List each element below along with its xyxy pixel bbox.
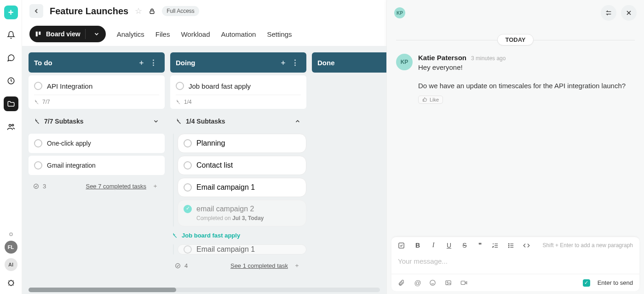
svg-rect-5 bbox=[36, 32, 38, 37]
add-task-button[interactable]: ＋ bbox=[150, 181, 160, 191]
column-title: Doing bbox=[176, 59, 196, 67]
checklist-icon[interactable] bbox=[398, 242, 406, 249]
settings-icon[interactable] bbox=[4, 276, 18, 290]
emoji-icon[interactable] bbox=[429, 279, 437, 286]
column-doing: Doing ＋ ⋮ Job board fast apply 1/4 1/4 S… bbox=[170, 52, 306, 288]
column-header: Doing ＋ ⋮ bbox=[170, 52, 306, 73]
subtask-title: email campaign 2 bbox=[196, 205, 254, 213]
favorite-icon[interactable]: ☆ bbox=[135, 6, 142, 16]
expand-icon[interactable] bbox=[601, 5, 616, 21]
add-card-button[interactable]: ＋ bbox=[277, 57, 289, 68]
left-rail: + FL AI bbox=[0, 0, 22, 294]
task-checkbox[interactable] bbox=[34, 161, 42, 170]
column-menu-icon[interactable]: ⋮ bbox=[147, 57, 159, 68]
subtask-title: Contact list bbox=[196, 161, 233, 170]
close-icon[interactable] bbox=[621, 5, 637, 21]
subtasks-toggle[interactable]: 1/4 Subtasks bbox=[170, 112, 306, 131]
task-card[interactable]: Job board fast apply 1/4 bbox=[170, 75, 306, 109]
add-task-button[interactable]: ＋ bbox=[292, 260, 302, 271]
subtask-item[interactable]: Planning bbox=[178, 134, 306, 153]
column-title: Done bbox=[317, 59, 335, 67]
message-avatar[interactable]: KP bbox=[396, 54, 413, 70]
add-card-button[interactable]: ＋ bbox=[135, 57, 147, 68]
parent-task-link[interactable]: Job board fast apply bbox=[170, 229, 306, 242]
notifications-icon[interactable] bbox=[4, 28, 18, 42]
projects-icon[interactable] bbox=[4, 96, 18, 111]
mention-icon[interactable]: @ bbox=[414, 279, 422, 287]
video-icon[interactable] bbox=[460, 279, 469, 286]
ordered-list-icon[interactable] bbox=[492, 242, 500, 249]
task-card[interactable]: One-click apply bbox=[29, 134, 165, 153]
workspace-avatar[interactable]: FL bbox=[5, 241, 17, 254]
recent-icon[interactable] bbox=[4, 74, 18, 88]
task-card[interactable]: API Integration 7/7 bbox=[29, 75, 165, 109]
column-menu-icon[interactable]: ⋮ bbox=[289, 57, 301, 68]
message-composer: B I U S ❞ Shift + Enter to add a new par… bbox=[391, 237, 639, 291]
attach-icon[interactable] bbox=[398, 279, 406, 286]
svg-rect-9 bbox=[399, 243, 404, 248]
image-icon[interactable] bbox=[445, 279, 453, 286]
subtask-item[interactable]: Contact list bbox=[178, 156, 306, 175]
svg-rect-6 bbox=[39, 32, 40, 35]
task-checkbox[interactable] bbox=[184, 139, 192, 147]
chat-icon[interactable] bbox=[4, 51, 18, 65]
subtask-title: Email campaign 1 bbox=[196, 183, 255, 192]
chat-thread: TODAY KP Katie Paterson 3 minutes ago He… bbox=[387, 26, 644, 237]
horizontal-scrollbar[interactable] bbox=[29, 288, 380, 292]
column-header: To do ＋ ⋮ bbox=[29, 52, 165, 73]
enter-to-send-label: Enter to send bbox=[598, 279, 633, 286]
task-title: Gmail integration bbox=[47, 162, 96, 169]
subtask-item[interactable]: Email campaign 1 bbox=[178, 178, 306, 197]
composer-hint: Shift + Enter to add a new paragraph bbox=[543, 242, 633, 249]
chat-panel: KP TODAY KP Katie Paterson 3 minutes ago… bbox=[386, 0, 644, 294]
task-card[interactable]: Gmail integration bbox=[29, 156, 165, 175]
message-input[interactable] bbox=[398, 257, 633, 265]
view-switcher[interactable]: Board view bbox=[29, 26, 106, 42]
bullet-list-icon[interactable] bbox=[507, 242, 516, 249]
access-pill[interactable]: Full Access bbox=[162, 6, 199, 16]
subtasks-toggle[interactable]: 7/7 Subtasks bbox=[29, 112, 165, 131]
column-todo: To do ＋ ⋮ API Integration 7/7 7/7 Subtas… bbox=[29, 52, 165, 288]
message-author: Katie Paterson bbox=[418, 54, 466, 62]
see-completed-link[interactable]: See 1 completed task bbox=[230, 262, 288, 269]
svg-point-8 bbox=[176, 263, 180, 268]
tab-automation[interactable]: Automation bbox=[221, 30, 256, 38]
underline-icon[interactable]: U bbox=[445, 242, 453, 249]
task-checkbox[interactable] bbox=[184, 183, 192, 192]
back-button[interactable] bbox=[29, 4, 43, 18]
create-button[interactable]: + bbox=[4, 6, 18, 19]
chevron-down-icon[interactable] bbox=[90, 28, 103, 40]
subtask-title: Planning bbox=[196, 139, 225, 147]
task-checkbox[interactable] bbox=[176, 82, 184, 90]
see-completed-link[interactable]: See 7 completed tasks bbox=[86, 183, 146, 190]
task-checkbox[interactable] bbox=[34, 82, 42, 90]
date-separator: TODAY bbox=[396, 34, 635, 45]
bold-icon[interactable]: B bbox=[414, 242, 422, 249]
view-label: Board view bbox=[46, 30, 80, 38]
quote-icon[interactable]: ❞ bbox=[476, 242, 484, 249]
chat-avatar[interactable]: KP bbox=[394, 7, 405, 18]
workspace-avatar[interactable]: AI bbox=[5, 258, 17, 271]
tab-settings[interactable]: Settings bbox=[267, 30, 292, 38]
subtask-item[interactable]: Email campaign 1 bbox=[178, 244, 306, 254]
tab-files[interactable]: Files bbox=[155, 30, 170, 38]
svg-point-13 bbox=[430, 280, 435, 285]
people-icon[interactable] bbox=[4, 119, 18, 134]
like-button[interactable]: Like bbox=[418, 96, 443, 104]
task-checkbox[interactable] bbox=[184, 161, 192, 170]
task-checkbox-checked[interactable] bbox=[184, 205, 192, 213]
strike-icon[interactable]: S bbox=[460, 242, 469, 249]
tab-workload[interactable]: Workload bbox=[181, 30, 210, 38]
chevron-down-icon bbox=[153, 118, 159, 124]
lock-icon[interactable] bbox=[149, 8, 155, 15]
task-checkbox[interactable] bbox=[184, 245, 192, 254]
code-icon[interactable] bbox=[523, 242, 531, 249]
italic-icon[interactable]: I bbox=[429, 242, 437, 249]
svg-point-12 bbox=[508, 247, 509, 248]
enter-to-send-checkbox[interactable]: ✓ bbox=[583, 279, 590, 287]
attach-toolbar: @ ✓ Enter to send bbox=[391, 274, 639, 291]
task-meta: 7/7 bbox=[34, 95, 159, 105]
subtask-item-completed[interactable]: email campaign 2 Completed on Jul 3, Tod… bbox=[178, 200, 306, 226]
task-checkbox[interactable] bbox=[34, 139, 42, 147]
tab-analytics[interactable]: Analytics bbox=[117, 30, 144, 38]
